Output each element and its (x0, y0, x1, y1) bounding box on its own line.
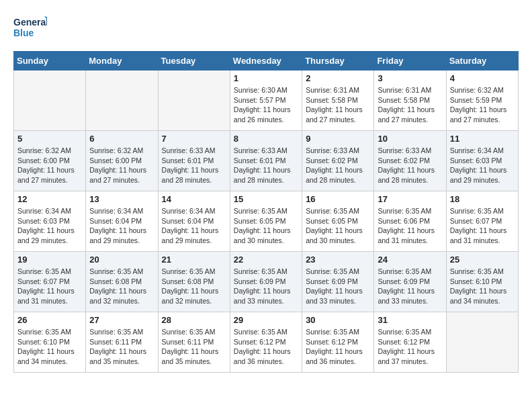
calendar-cell: 30Sunrise: 6:35 AMSunset: 6:12 PMDayligh… (302, 312, 374, 373)
calendar-cell: 15Sunrise: 6:35 AMSunset: 6:05 PMDayligh… (230, 191, 302, 252)
day-info: Sunrise: 6:35 AMSunset: 6:08 PMDaylight:… (162, 267, 226, 306)
day-number: 18 (450, 194, 515, 204)
calendar-cell (14, 71, 86, 131)
day-info: Sunrise: 6:35 AMSunset: 6:05 PMDaylight:… (234, 206, 298, 246)
calendar-cell: 19Sunrise: 6:35 AMSunset: 6:07 PMDayligh… (14, 252, 86, 312)
calendar-cell: 9Sunrise: 6:33 AMSunset: 6:02 PMDaylight… (302, 131, 374, 191)
logo-svg: General Blue (13, 13, 47, 40)
calendar-cell: 31Sunrise: 6:35 AMSunset: 6:12 PMDayligh… (374, 312, 446, 373)
day-info: Sunrise: 6:31 AMSunset: 5:58 PMDaylight:… (306, 85, 370, 125)
calendar-cell: 25Sunrise: 6:35 AMSunset: 6:10 PMDayligh… (446, 252, 518, 312)
day-number: 29 (234, 315, 298, 325)
calendar-cell: 14Sunrise: 6:34 AMSunset: 6:04 PMDayligh… (158, 191, 230, 252)
day-number: 25 (450, 255, 515, 265)
day-number: 9 (306, 134, 370, 144)
day-info: Sunrise: 6:35 AMSunset: 6:08 PMDaylight:… (89, 267, 154, 306)
svg-text:General: General (13, 17, 47, 28)
day-info: Sunrise: 6:31 AMSunset: 5:58 PMDaylight:… (378, 85, 442, 125)
day-info: Sunrise: 6:34 AMSunset: 6:04 PMDaylight:… (162, 206, 226, 246)
day-info: Sunrise: 6:32 AMSunset: 6:00 PMDaylight:… (89, 146, 154, 185)
calendar-cell: 28Sunrise: 6:35 AMSunset: 6:11 PMDayligh… (158, 312, 230, 373)
weekday-header-wednesday: Wednesday (230, 52, 302, 71)
day-number: 1 (234, 73, 298, 83)
day-info: Sunrise: 6:33 AMSunset: 6:02 PMDaylight:… (378, 146, 442, 185)
calendar-cell: 27Sunrise: 6:35 AMSunset: 6:11 PMDayligh… (86, 312, 158, 373)
day-number: 8 (234, 134, 298, 144)
calendar-header-row: SundayMondayTuesdayWednesdayThursdayFrid… (14, 52, 519, 71)
day-number: 6 (89, 134, 154, 144)
day-info: Sunrise: 6:34 AMSunset: 6:03 PMDaylight:… (17, 206, 82, 246)
weekday-header-monday: Monday (86, 52, 158, 71)
calendar-cell: 3Sunrise: 6:31 AMSunset: 5:58 PMDaylight… (374, 71, 446, 131)
day-number: 10 (378, 134, 442, 144)
svg-text:Blue: Blue (13, 28, 34, 38)
day-number: 20 (89, 255, 154, 265)
day-info: Sunrise: 6:30 AMSunset: 5:57 PMDaylight:… (234, 85, 298, 125)
calendar-cell: 17Sunrise: 6:35 AMSunset: 6:06 PMDayligh… (374, 191, 446, 252)
weekday-header-tuesday: Tuesday (158, 52, 230, 71)
day-number: 11 (450, 134, 515, 144)
day-number: 14 (162, 194, 226, 204)
weekday-header-sunday: Sunday (14, 52, 86, 71)
calendar-week-row: 26Sunrise: 6:35 AMSunset: 6:10 PMDayligh… (14, 312, 519, 373)
calendar-cell: 1Sunrise: 6:30 AMSunset: 5:57 PMDaylight… (230, 71, 302, 131)
calendar-cell (446, 312, 518, 373)
day-info: Sunrise: 6:35 AMSunset: 6:05 PMDaylight:… (306, 206, 370, 246)
day-info: Sunrise: 6:35 AMSunset: 6:12 PMDaylight:… (378, 327, 442, 367)
calendar-cell: 4Sunrise: 6:32 AMSunset: 5:59 PMDaylight… (446, 71, 518, 131)
day-number: 17 (378, 194, 442, 204)
day-info: Sunrise: 6:35 AMSunset: 6:10 PMDaylight:… (17, 327, 82, 367)
day-info: Sunrise: 6:35 AMSunset: 6:06 PMDaylight:… (378, 206, 442, 246)
day-info: Sunrise: 6:35 AMSunset: 6:09 PMDaylight:… (234, 267, 298, 306)
logo: General Blue (13, 13, 47, 40)
day-info: Sunrise: 6:35 AMSunset: 6:07 PMDaylight:… (450, 206, 515, 246)
day-number: 12 (17, 194, 82, 204)
day-number: 13 (89, 194, 154, 204)
day-info: Sunrise: 6:33 AMSunset: 6:01 PMDaylight:… (162, 146, 226, 185)
day-number: 27 (89, 315, 154, 325)
calendar-cell: 29Sunrise: 6:35 AMSunset: 6:12 PMDayligh… (230, 312, 302, 373)
day-info: Sunrise: 6:35 AMSunset: 6:07 PMDaylight:… (17, 267, 82, 306)
calendar-cell: 7Sunrise: 6:33 AMSunset: 6:01 PMDaylight… (158, 131, 230, 191)
calendar-cell: 12Sunrise: 6:34 AMSunset: 6:03 PMDayligh… (14, 191, 86, 252)
calendar: SundayMondayTuesdayWednesdayThursdayFrid… (13, 51, 519, 373)
day-number: 7 (162, 134, 226, 144)
calendar-cell: 5Sunrise: 6:32 AMSunset: 6:00 PMDaylight… (14, 131, 86, 191)
calendar-cell: 18Sunrise: 6:35 AMSunset: 6:07 PMDayligh… (446, 191, 518, 252)
day-number: 2 (306, 73, 370, 83)
day-info: Sunrise: 6:34 AMSunset: 6:03 PMDaylight:… (450, 146, 515, 185)
day-info: Sunrise: 6:35 AMSunset: 6:09 PMDaylight:… (378, 267, 442, 306)
calendar-cell: 6Sunrise: 6:32 AMSunset: 6:00 PMDaylight… (86, 131, 158, 191)
day-info: Sunrise: 6:34 AMSunset: 6:04 PMDaylight:… (89, 206, 154, 246)
day-number: 16 (306, 194, 370, 204)
weekday-header-friday: Friday (374, 52, 446, 71)
day-info: Sunrise: 6:32 AMSunset: 6:00 PMDaylight:… (17, 146, 82, 185)
calendar-cell: 24Sunrise: 6:35 AMSunset: 6:09 PMDayligh… (374, 252, 446, 312)
day-number: 30 (306, 315, 370, 325)
calendar-cell: 20Sunrise: 6:35 AMSunset: 6:08 PMDayligh… (86, 252, 158, 312)
calendar-cell: 26Sunrise: 6:35 AMSunset: 6:10 PMDayligh… (14, 312, 86, 373)
day-number: 19 (17, 255, 82, 265)
calendar-cell: 13Sunrise: 6:34 AMSunset: 6:04 PMDayligh… (86, 191, 158, 252)
calendar-cell: 22Sunrise: 6:35 AMSunset: 6:09 PMDayligh… (230, 252, 302, 312)
calendar-cell: 16Sunrise: 6:35 AMSunset: 6:05 PMDayligh… (302, 191, 374, 252)
day-number: 4 (450, 73, 515, 83)
day-number: 22 (234, 255, 298, 265)
day-number: 26 (17, 315, 82, 325)
day-number: 3 (378, 73, 442, 83)
day-number: 24 (378, 255, 442, 265)
calendar-week-row: 19Sunrise: 6:35 AMSunset: 6:07 PMDayligh… (14, 252, 519, 312)
calendar-cell (86, 71, 158, 131)
day-info: Sunrise: 6:35 AMSunset: 6:10 PMDaylight:… (450, 267, 515, 306)
calendar-cell: 11Sunrise: 6:34 AMSunset: 6:03 PMDayligh… (446, 131, 518, 191)
calendar-cell: 10Sunrise: 6:33 AMSunset: 6:02 PMDayligh… (374, 131, 446, 191)
day-number: 23 (306, 255, 370, 265)
calendar-cell: 2Sunrise: 6:31 AMSunset: 5:58 PMDaylight… (302, 71, 374, 131)
day-number: 28 (162, 315, 226, 325)
calendar-cell: 21Sunrise: 6:35 AMSunset: 6:08 PMDayligh… (158, 252, 230, 312)
day-info: Sunrise: 6:32 AMSunset: 5:59 PMDaylight:… (450, 85, 515, 125)
day-info: Sunrise: 6:35 AMSunset: 6:11 PMDaylight:… (162, 327, 226, 367)
day-info: Sunrise: 6:33 AMSunset: 6:02 PMDaylight:… (306, 146, 370, 185)
day-info: Sunrise: 6:35 AMSunset: 6:09 PMDaylight:… (306, 267, 370, 306)
calendar-cell (158, 71, 230, 131)
